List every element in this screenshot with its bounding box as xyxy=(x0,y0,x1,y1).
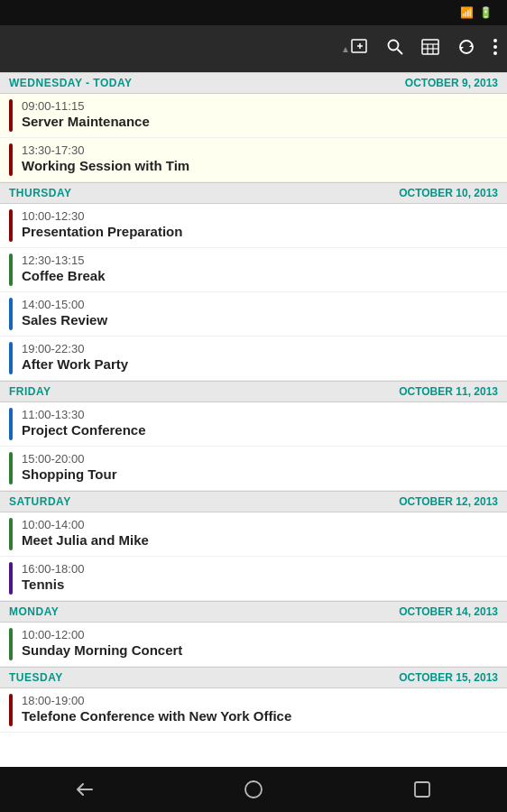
day-header-friday: FRIDAYOCTOBER 11, 2013 xyxy=(0,381,507,402)
event-content: 11:00-13:30Project Conference xyxy=(22,408,507,440)
event-title: After Work Party xyxy=(22,356,507,372)
event-color-bar xyxy=(9,209,13,242)
svg-point-13 xyxy=(493,45,497,49)
back-button[interactable] xyxy=(58,771,112,807)
day-header-tuesday: TUESDAYOCTOBER 15, 2013 xyxy=(0,667,507,688)
day-date-monday: OCTOBER 14, 2013 xyxy=(399,605,498,618)
event-time: 11:00-13:30 xyxy=(22,408,507,421)
recents-button[interactable] xyxy=(395,771,449,807)
status-bar: 📶 🔋 xyxy=(0,0,507,25)
home-button[interactable] xyxy=(226,771,281,807)
event-time: 13:30-17:30 xyxy=(22,143,507,157)
svg-point-12 xyxy=(493,39,497,42)
event-content: 15:00-20:00Shopping Tour xyxy=(22,452,507,484)
event-item[interactable]: 16:00-18:00Tennis xyxy=(0,557,507,601)
agenda-content: WEDNESDAY - TODAYOCTOBER 9, 201309:00-11… xyxy=(0,72,507,767)
event-color-bar xyxy=(9,628,13,660)
event-item[interactable]: 12:30-13:15Coffee Break xyxy=(0,248,507,292)
day-header-wednesday: WEDNESDAY - TODAYOCTOBER 9, 2013 xyxy=(0,72,507,94)
event-content: 18:00-19:00Telefone Conference with New … xyxy=(22,694,507,726)
event-time: 09:00-11:15 xyxy=(22,99,507,113)
event-title: Sunday Morning Concert xyxy=(22,642,507,658)
day-name-wednesday: WEDNESDAY - TODAY xyxy=(9,77,133,89)
event-time: 14:00-15:00 xyxy=(22,298,507,311)
event-title: Meet Julia and Mike xyxy=(22,532,507,548)
event-title: Project Conference xyxy=(22,422,507,438)
event-title: Sales Review xyxy=(22,312,507,328)
event-item[interactable]: 18:00-19:00Telefone Conference with New … xyxy=(0,688,507,733)
toolbar: ▲ xyxy=(0,25,507,72)
event-content: 16:00-18:00Tennis xyxy=(22,562,507,595)
event-color-bar xyxy=(9,452,13,484)
day-name-monday: MONDAY xyxy=(9,605,59,618)
event-item[interactable]: 19:00-22:30After Work Party xyxy=(0,337,507,381)
event-title: Working Session with Tim xyxy=(22,158,507,173)
day-header-saturday: SATURDAYOCTOBER 12, 2013 xyxy=(0,491,507,512)
event-time: 18:00-19:00 xyxy=(22,694,507,707)
event-color-bar xyxy=(9,143,13,176)
event-content: 09:00-11:15Server Maintenance xyxy=(22,99,507,132)
svg-point-14 xyxy=(493,51,497,55)
event-title: Tennis xyxy=(22,577,507,592)
new-event-icon[interactable] xyxy=(350,37,370,61)
svg-marker-10 xyxy=(469,43,473,47)
status-icons: 📶 🔋 xyxy=(460,6,498,19)
event-content: 10:00-12:30Presentation Preparation xyxy=(22,209,507,242)
event-content: 12:30-13:15Coffee Break xyxy=(22,254,507,286)
event-item[interactable]: 15:00-20:00Shopping Tour xyxy=(0,447,507,491)
event-color-bar xyxy=(9,518,13,550)
toolbar-icons xyxy=(350,37,498,61)
event-title: Shopping Tour xyxy=(22,466,507,482)
sync-icon[interactable] xyxy=(456,37,476,61)
day-date-thursday: OCTOBER 10, 2013 xyxy=(399,187,498,199)
more-icon[interactable] xyxy=(493,38,498,60)
day-header-thursday: THURSDAYOCTOBER 10, 2013 xyxy=(0,182,507,204)
svg-rect-16 xyxy=(415,782,429,797)
event-title: Server Maintenance xyxy=(22,114,507,129)
event-time: 16:00-18:00 xyxy=(22,562,507,576)
event-color-bar xyxy=(9,694,13,726)
event-color-bar xyxy=(9,99,13,132)
day-name-friday: FRIDAY xyxy=(9,385,51,398)
event-title: Coffee Break xyxy=(22,268,507,283)
event-item[interactable]: 10:00-14:00Meet Julia and Mike xyxy=(0,512,507,557)
event-item[interactable]: 14:00-15:00Sales Review xyxy=(0,292,507,337)
event-title: Telefone Conference with New York Office xyxy=(22,708,507,724)
event-color-bar xyxy=(9,562,13,595)
svg-line-4 xyxy=(398,49,403,54)
day-date-saturday: OCTOBER 12, 2013 xyxy=(399,495,498,508)
day-header-monday: MONDAYOCTOBER 14, 2013 xyxy=(0,601,507,623)
event-content: 10:00-12:00Sunday Morning Concert xyxy=(22,628,507,660)
event-time: 15:00-20:00 xyxy=(22,452,507,466)
svg-point-3 xyxy=(389,40,399,50)
event-time: 10:00-14:00 xyxy=(22,518,507,531)
event-content: 13:30-17:30Working Session with Tim xyxy=(22,143,507,176)
search-icon[interactable] xyxy=(386,38,404,60)
event-content: 19:00-22:30After Work Party xyxy=(22,342,507,374)
calendar-grid-icon[interactable] xyxy=(420,37,440,61)
event-color-bar xyxy=(9,298,13,330)
event-item[interactable]: 10:00-12:00Sunday Morning Concert xyxy=(0,623,507,667)
day-date-friday: OCTOBER 11, 2013 xyxy=(399,385,498,398)
nav-bar xyxy=(0,767,507,812)
day-date-wednesday: OCTOBER 9, 2013 xyxy=(405,77,498,89)
wifi-icon: 📶 xyxy=(460,6,474,19)
battery-icon: 🔋 xyxy=(479,6,493,19)
event-item[interactable]: 10:00-12:30Presentation Preparation xyxy=(0,204,507,248)
event-color-bar xyxy=(9,254,13,286)
event-time: 10:00-12:00 xyxy=(22,628,507,641)
signal-arrow: ▲ xyxy=(341,44,350,54)
day-name-thursday: THURSDAY xyxy=(9,187,72,199)
event-time: 19:00-22:30 xyxy=(22,342,507,355)
event-item[interactable]: 09:00-11:15Server Maintenance xyxy=(0,94,507,138)
event-item[interactable]: 13:30-17:30Working Session with Tim xyxy=(0,138,507,182)
day-name-saturday: SATURDAY xyxy=(9,495,71,508)
day-date-tuesday: OCTOBER 15, 2013 xyxy=(399,671,498,684)
event-time: 12:30-13:15 xyxy=(22,254,507,267)
event-color-bar xyxy=(9,408,13,440)
event-content: 14:00-15:00Sales Review xyxy=(22,298,507,330)
event-content: 10:00-14:00Meet Julia and Mike xyxy=(22,518,507,550)
event-item[interactable]: 11:00-13:30Project Conference xyxy=(0,402,507,447)
svg-rect-5 xyxy=(422,40,438,54)
svg-point-15 xyxy=(245,781,262,798)
